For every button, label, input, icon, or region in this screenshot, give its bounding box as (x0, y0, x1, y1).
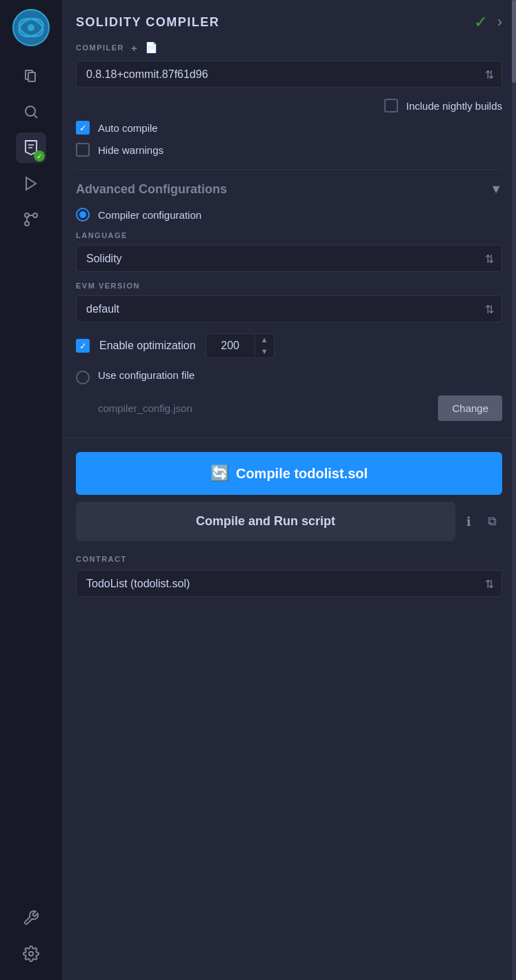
page-title: SOLIDITY COMPILER (76, 15, 219, 30)
sidebar-item-compiler[interactable]: ✓ (16, 133, 46, 163)
forward-arrow-icon[interactable]: › (497, 13, 502, 31)
contract-section: CONTRACT TodoList (todolist.sol) ⇅ (62, 555, 516, 618)
add-icon[interactable]: + (131, 42, 138, 54)
compile-button-label: Compile todolist.sol (236, 466, 368, 482)
sidebar-item-git[interactable] (16, 204, 46, 235)
include-nightly-checkbox[interactable] (384, 99, 398, 112)
contract-wrapper: TodoList (todolist.sol) ⇅ (76, 570, 502, 597)
svg-point-6 (26, 106, 35, 116)
divider-1 (76, 169, 502, 170)
svg-point-14 (25, 222, 29, 226)
optimization-value-input[interactable] (206, 334, 255, 357)
compile-run-button[interactable]: Compile and Run script (76, 502, 455, 541)
sidebar-item-files[interactable] (16, 61, 46, 91)
language-wrapper: SolidityYul ⇅ (76, 245, 502, 272)
file-icon[interactable]: 📄 (145, 41, 159, 54)
scrollbar-thumb[interactable] (512, 0, 516, 83)
enable-optimization-label: Enable optimization (99, 340, 196, 352)
include-nightly-label: Include nightly builds (406, 100, 502, 112)
language-select[interactable]: SolidityYul (76, 245, 502, 272)
language-label: LANGUAGE (76, 231, 502, 239)
optimization-row: Enable optimization ▲ ▼ (76, 333, 502, 358)
auto-compile-label: Auto compile (98, 122, 158, 134)
main-panel: SOLIDITY COMPILER ✓ › COMPILER + 📄 0.8.1… (62, 0, 516, 980)
svg-marker-11 (26, 177, 36, 190)
optimization-input-wrapper: ▲ ▼ (206, 333, 275, 358)
scrollbar[interactable] (512, 0, 516, 980)
svg-point-3 (28, 24, 34, 31)
compiler-badge: ✓ (34, 150, 45, 161)
compiler-section: COMPILER + 📄 0.8.18+commit.87f61d96 ⇅ In… (62, 41, 516, 438)
auto-compile-checkbox[interactable] (76, 121, 90, 135)
hide-warnings-label: Hide warnings (98, 144, 163, 156)
optimization-decrement[interactable]: ▼ (255, 346, 274, 357)
svg-point-13 (33, 213, 37, 217)
advanced-title: Advanced Configurations (76, 182, 227, 197)
sidebar-item-settings[interactable] (16, 939, 46, 969)
compiler-label: COMPILER + 📄 (76, 41, 502, 54)
hide-warnings-checkbox[interactable] (76, 143, 90, 157)
advanced-chevron-icon: ▼ (490, 182, 502, 197)
optimization-increment[interactable]: ▲ (255, 334, 274, 346)
change-config-button[interactable]: Change (438, 395, 502, 421)
compiler-version-wrapper: 0.8.18+commit.87f61d96 ⇅ (76, 61, 502, 88)
app-logo[interactable] (10, 7, 52, 48)
include-nightly-row: Include nightly builds (76, 99, 502, 112)
header: SOLIDITY COMPILER ✓ › (62, 0, 516, 41)
compiler-config-radio[interactable] (76, 208, 90, 222)
compiler-version-select[interactable]: 0.8.18+commit.87f61d96 (76, 61, 502, 88)
sidebar: ✓ (0, 0, 62, 980)
compiler-config-label: Compiler configuration (98, 209, 201, 221)
svg-point-18 (29, 952, 33, 956)
status-check-icon[interactable]: ✓ (474, 12, 488, 32)
svg-line-7 (34, 115, 38, 119)
divider-2 (62, 438, 516, 438)
sidebar-item-deploy[interactable] (16, 168, 46, 199)
sidebar-item-wrench[interactable] (16, 903, 46, 933)
evm-select[interactable]: defaultberlinlondonparis (76, 295, 502, 322)
advanced-configs-header[interactable]: Advanced Configurations ▼ (76, 182, 502, 197)
svg-rect-5 (28, 72, 35, 81)
compile-run-copy-icon[interactable]: ⧉ (482, 509, 502, 534)
enable-optimization-checkbox[interactable] (76, 339, 90, 353)
optimization-spinner: ▲ ▼ (255, 334, 274, 357)
contract-label: CONTRACT (76, 555, 502, 563)
use-config-file-label: Use configuration file (98, 369, 195, 381)
compiler-config-row: Compiler configuration (76, 208, 502, 222)
config-file-path: compiler_config.json (98, 402, 430, 414)
config-file-path-row: compiler_config.json Change (76, 395, 502, 421)
compile-run-row: Compile and Run script ℹ ⧉ (62, 502, 516, 541)
compile-run-info-icon[interactable]: ℹ (461, 509, 477, 535)
evm-label: EVM VERSION (76, 282, 502, 290)
evm-wrapper: defaultberlinlondonparis ⇅ (76, 295, 502, 322)
sidebar-bottom (16, 903, 46, 980)
use-config-file-row: Use configuration file (76, 369, 502, 384)
contract-select[interactable]: TodoList (todolist.sol) (76, 570, 502, 597)
compile-button[interactable]: 🔄 Compile todolist.sol (76, 452, 502, 495)
auto-compile-row: Auto compile (76, 121, 502, 135)
sidebar-item-search[interactable] (16, 97, 46, 127)
hide-warnings-row: Hide warnings (76, 143, 502, 157)
compile-refresh-icon: 🔄 (210, 464, 229, 482)
use-config-file-radio[interactable] (76, 371, 90, 384)
header-actions: ✓ › (474, 12, 502, 32)
